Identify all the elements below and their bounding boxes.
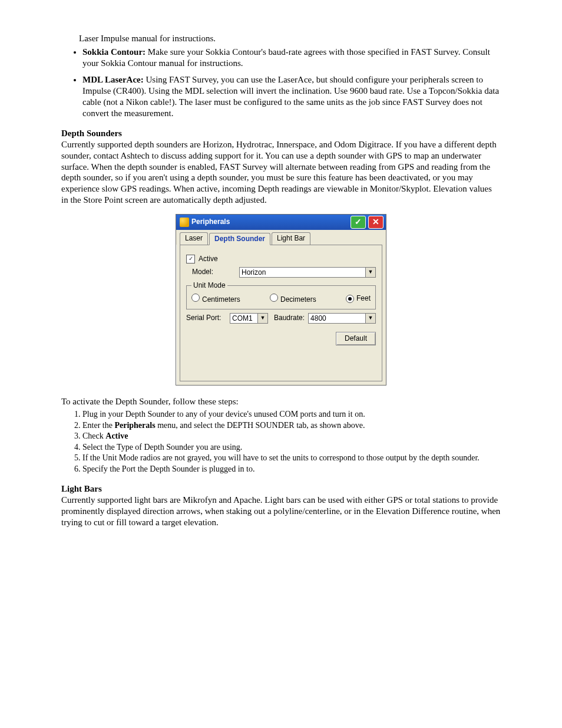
baudrate-field[interactable]: 4800	[308, 313, 366, 324]
light-bars-heading: Light Bars	[61, 483, 501, 495]
window-title: Peripherals	[191, 218, 348, 226]
list-item: Specify the Port the Depth Sounder is pl…	[82, 464, 501, 475]
tab-depth-sounder[interactable]: Depth Sounder	[209, 233, 270, 245]
model-dropdown-icon[interactable]: ▼	[366, 267, 376, 278]
list-item: If the Unit Mode radios are not grayed, …	[82, 453, 501, 463]
peripherals-dialog: Peripherals ✓ ✕ Laser Depth Sounder Ligh…	[176, 214, 386, 386]
depth-sounders-heading: Depth Sounders	[61, 128, 501, 139]
ok-button[interactable]: ✓	[351, 216, 366, 229]
unit-mode-fieldset: Unit Mode Centimeters Decimeters Feet	[186, 281, 376, 309]
depth-sounders-paragraph: Currently supported depth sounders are H…	[61, 139, 501, 206]
baudrate-label: Baudrate:	[274, 314, 305, 322]
radio-feet[interactable]	[346, 295, 354, 303]
unit-mode-legend: Unit Mode	[191, 281, 227, 290]
tab-laser[interactable]: Laser	[180, 232, 208, 245]
steps-list: Plug in your Depth Sounder to any of you…	[61, 409, 501, 474]
serial-port-field[interactable]: COM1	[230, 313, 258, 324]
active-checkbox[interactable]: ✓	[186, 255, 195, 263]
baudrate-dropdown-icon[interactable]: ▼	[366, 313, 376, 324]
light-bars-paragraph: Currently supported light bars are Mikro…	[61, 495, 501, 528]
serial-port-label: Serial Port:	[186, 314, 230, 322]
list-item: MDL LaserAce: Using FAST Survey, you can…	[82, 74, 501, 118]
steps-intro: To activate the Depth Sounder, follow th…	[61, 396, 501, 407]
titlebar: Peripherals ✓ ✕	[176, 215, 386, 230]
list-item: Sokkia Contour: Make sure your Sokkia Co…	[82, 47, 501, 69]
bullet-list: Sokkia Contour: Make sure your Sokkia Co…	[61, 47, 501, 119]
app-icon	[180, 218, 189, 227]
model-field[interactable]: Horizon	[239, 267, 366, 278]
radio-centimeters[interactable]	[191, 294, 200, 302]
close-button[interactable]: ✕	[368, 216, 384, 229]
active-label: Active	[199, 255, 218, 263]
list-item: Plug in your Depth Sounder to any of you…	[82, 409, 501, 420]
serial-port-dropdown-icon[interactable]: ▼	[258, 313, 268, 324]
tab-panel: ✓ Active Model: Horizon ▼ Unit Mode Cent…	[180, 245, 382, 381]
intro-fragment: Laser Impulse manual for instructions.	[79, 33, 501, 44]
default-button[interactable]: Default	[336, 332, 376, 345]
model-label: Model:	[192, 268, 239, 276]
tab-light-bar[interactable]: Light Bar	[272, 232, 310, 245]
list-item: Select the Type of Depth Sounder you are…	[82, 442, 501, 453]
list-item: Check Active	[82, 431, 501, 442]
list-item: Enter the Peripherals menu, and select t…	[82, 420, 501, 431]
radio-decimeters[interactable]	[270, 294, 278, 302]
tabs: Laser Depth Sounder Light Bar	[176, 230, 386, 245]
